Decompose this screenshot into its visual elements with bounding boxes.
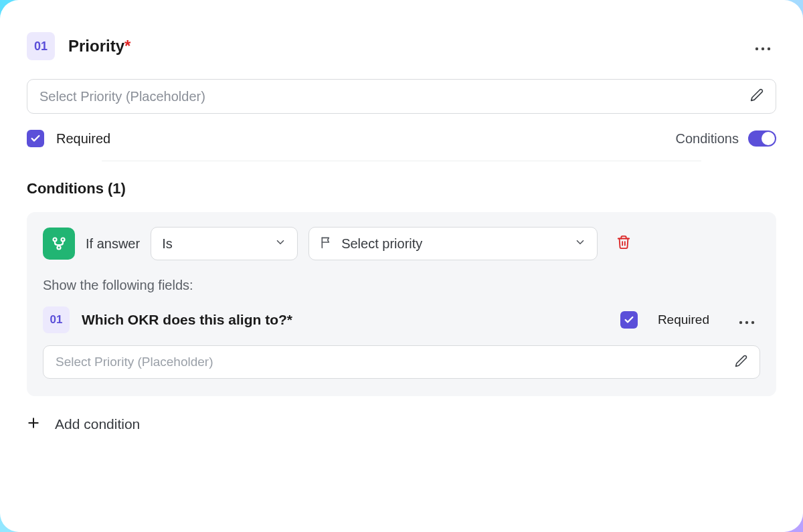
subfield-placeholder: Select Priority (Placeholder) bbox=[56, 355, 735, 369]
delete-condition-button[interactable] bbox=[616, 235, 631, 252]
more-options-button[interactable] bbox=[749, 35, 776, 58]
field-title: Priority bbox=[68, 37, 124, 55]
field-number-badge: 01 bbox=[27, 32, 55, 60]
subfield-header: 01 Which OKR does this align to?* Requir… bbox=[43, 306, 760, 333]
value-dropdown[interactable]: Select priority bbox=[308, 227, 598, 260]
condition-branch-badge bbox=[43, 228, 75, 260]
subfield-more-button[interactable] bbox=[733, 308, 760, 331]
svg-point-7 bbox=[745, 321, 748, 324]
form-field-config-panel: 01 Priority* Select Priority (Placeholde… bbox=[0, 0, 803, 532]
subfield-select[interactable]: Select Priority (Placeholder) bbox=[43, 345, 760, 379]
svg-point-1 bbox=[762, 48, 764, 50]
required-asterisk: * bbox=[287, 312, 292, 327]
conditions-label: Conditions bbox=[675, 131, 739, 147]
svg-point-8 bbox=[751, 321, 754, 324]
field-title-container: Priority* bbox=[68, 37, 130, 56]
show-fields-label: Show the following fields: bbox=[43, 278, 760, 293]
subfield-required-checkbox[interactable] bbox=[620, 311, 638, 329]
conditions-toggle[interactable] bbox=[748, 130, 776, 147]
conditions-heading: Conditions (1) bbox=[27, 180, 776, 197]
condition-block: If answer Is Select priority Show th bbox=[27, 212, 776, 396]
pencil-icon bbox=[735, 355, 747, 367]
more-horizontal-icon bbox=[755, 47, 771, 51]
svg-point-5 bbox=[58, 246, 61, 250]
field-header: 01 Priority* bbox=[27, 32, 776, 60]
chevron-down-icon bbox=[574, 236, 586, 251]
subfield-edit-button[interactable] bbox=[735, 355, 747, 370]
options-row: Required Conditions bbox=[27, 130, 776, 147]
svg-point-0 bbox=[755, 48, 758, 50]
svg-point-2 bbox=[768, 48, 770, 50]
svg-point-6 bbox=[739, 321, 742, 324]
condition-rule-row: If answer Is Select priority bbox=[43, 227, 760, 260]
subfield-title-container: Which OKR does this align to?* bbox=[82, 312, 292, 328]
operator-dropdown[interactable]: Is bbox=[151, 227, 298, 260]
check-icon bbox=[624, 315, 634, 325]
more-horizontal-icon bbox=[739, 321, 755, 325]
required-checkbox[interactable] bbox=[27, 130, 44, 147]
operator-value: Is bbox=[162, 236, 266, 252]
divider bbox=[102, 161, 701, 161]
add-condition-button[interactable]: Add condition bbox=[27, 416, 776, 432]
required-label: Required bbox=[56, 131, 110, 147]
if-answer-label: If answer bbox=[86, 236, 140, 252]
subfield-title: Which OKR does this align to? bbox=[82, 312, 287, 327]
subfield-required-label: Required bbox=[658, 313, 709, 327]
branch-icon bbox=[51, 236, 67, 252]
plus-icon bbox=[27, 416, 40, 432]
subfield-number-badge: 01 bbox=[43, 306, 70, 333]
toggle-knob bbox=[762, 132, 775, 145]
flag-icon bbox=[320, 236, 333, 252]
trash-icon bbox=[616, 235, 631, 250]
chevron-down-icon bbox=[274, 236, 286, 251]
pencil-icon bbox=[750, 88, 764, 102]
check-icon bbox=[30, 133, 41, 144]
edit-button[interactable] bbox=[750, 88, 764, 104]
value-placeholder: Select priority bbox=[341, 236, 566, 252]
priority-select[interactable]: Select Priority (Placeholder) bbox=[27, 79, 776, 114]
required-asterisk: * bbox=[124, 37, 130, 55]
priority-placeholder: Select Priority (Placeholder) bbox=[39, 89, 750, 104]
add-condition-label: Add condition bbox=[55, 416, 140, 432]
